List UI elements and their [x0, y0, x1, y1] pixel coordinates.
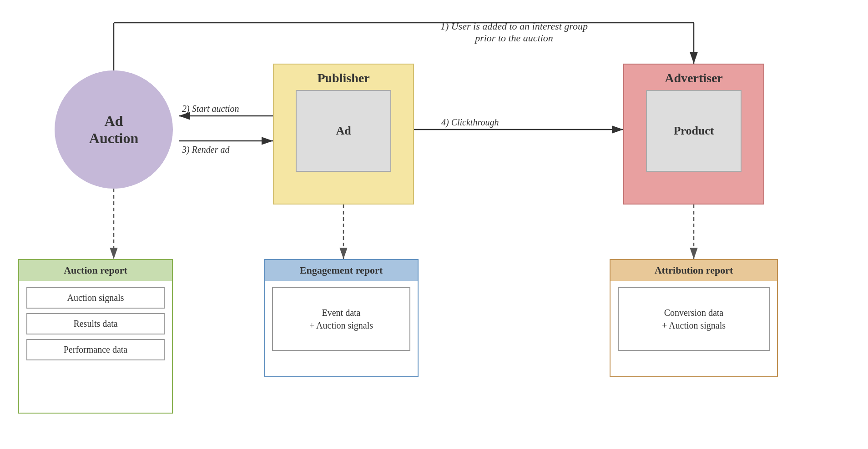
engagement-report: Engagement report Event data+ Auction si…	[264, 259, 419, 377]
attribution-report-header: Attribution report	[611, 260, 777, 281]
publisher-title: Publisher	[317, 71, 369, 85]
attribution-report: Attribution report Conversion data+ Auct…	[610, 259, 778, 377]
engagement-report-body: Event data+ Auction signals	[265, 281, 418, 376]
attribution-report-body: Conversion data+ Auction signals	[611, 281, 777, 376]
conversion-data-item: Conversion data+ Auction signals	[618, 287, 770, 351]
event-data-item: Event data+ Auction signals	[272, 287, 410, 351]
auction-signals-item: Auction signals	[26, 287, 165, 309]
product-label: Product	[673, 124, 714, 138]
render-ad-annotation: 3) Render ad	[182, 145, 229, 155]
ad-inner-box: Ad	[296, 90, 391, 172]
auction-report: Auction report Auction signals Results d…	[18, 259, 173, 414]
advertiser-box: Advertiser Product	[623, 64, 764, 205]
ad-auction-label: Ad	[105, 112, 123, 130]
advertiser-title: Advertiser	[665, 71, 723, 85]
start-auction-annotation: 2) Start auction	[182, 104, 239, 114]
auction-report-body: Auction signals Results data Performance…	[19, 281, 172, 413]
diagram-container: Ad Auction Publisher Ad Advertiser Produ…	[0, 0, 868, 449]
results-data-item: Results data	[26, 313, 165, 334]
ad-auction-label2: Auction	[89, 130, 138, 147]
publisher-box: Publisher Ad	[273, 64, 414, 205]
ad-label: Ad	[336, 124, 351, 138]
clickthrough-annotation: 4) Clickthrough	[441, 117, 499, 128]
product-inner-box: Product	[646, 90, 742, 172]
user-interest-annotation: 1) User is added to an interest group pr…	[432, 20, 596, 44]
auction-report-header: Auction report	[19, 260, 172, 281]
performance-data-item: Performance data	[26, 339, 165, 360]
engagement-report-header: Engagement report	[265, 260, 418, 281]
ad-auction-circle: Ad Auction	[55, 70, 173, 189]
